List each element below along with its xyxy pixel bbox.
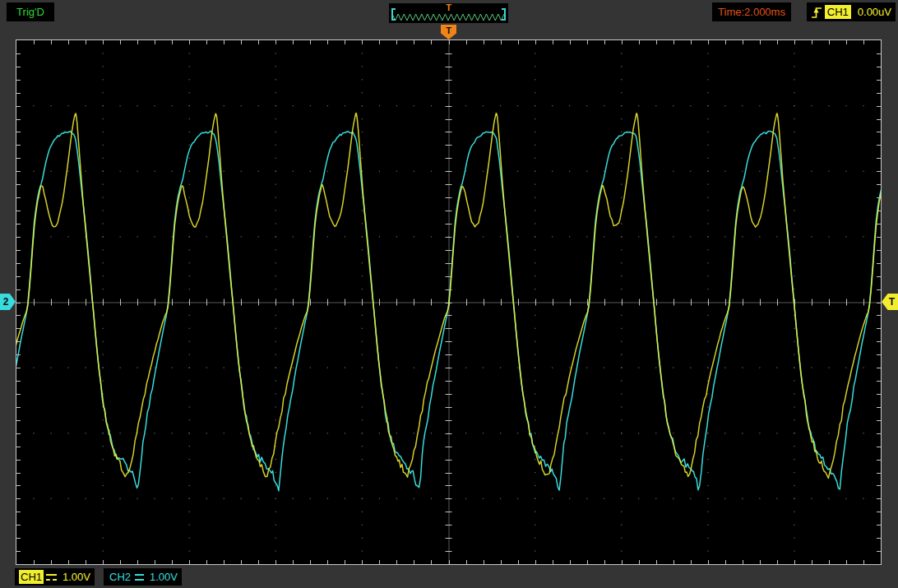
waveform-display	[16, 40, 881, 564]
channel2-settings[interactable]: CH2 1.00V	[104, 568, 182, 586]
trigger-position-marker[interactable]: T	[441, 25, 456, 39]
trigger-source-badge: CH1	[825, 5, 851, 19]
trigger-level-readout: 0.00uV	[858, 6, 891, 18]
ch1-badge[interactable]: CH1	[19, 570, 44, 584]
ch2-scale-readout: 1.00V	[150, 571, 178, 583]
trigger-level-marker[interactable]: T	[882, 294, 898, 310]
oscilloscope-app: { "colors": { "ch1": "#f2ee2e", "ch2": "…	[0, 0, 898, 588]
rising-edge-icon	[811, 4, 822, 20]
horizontal-preview-window[interactable]: T	[389, 3, 508, 23]
ch1-scale-readout: 1.00V	[62, 571, 90, 583]
preview-right-bracket-icon[interactable]	[502, 8, 506, 21]
ch2-zero-level-marker[interactable]: 2	[0, 294, 16, 310]
dc-coupling-icon	[135, 574, 144, 581]
trigger-readout: CH1 0.00uV	[807, 2, 896, 21]
scope-graticule-screen	[16, 39, 882, 565]
preview-trigger-marker[interactable]: T	[446, 2, 451, 12]
trigger-status: Trig'D	[7, 2, 54, 21]
channel1-settings[interactable]: CH1 1.00V	[15, 568, 95, 586]
dc-coupling-icon	[46, 574, 57, 581]
preview-left-bracket-icon[interactable]	[391, 8, 396, 21]
ch2-label[interactable]: CH2	[108, 571, 132, 583]
timebase-readout: Time:2.000ms	[712, 2, 791, 21]
